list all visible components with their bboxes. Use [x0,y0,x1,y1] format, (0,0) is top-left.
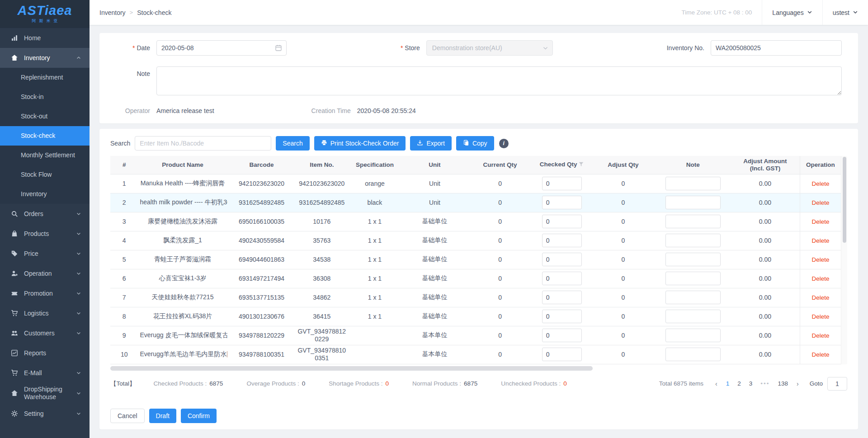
sidebar-item-price[interactable]: Price [0,244,90,264]
delete-link[interactable]: Delete [811,199,829,206]
sidebar-item-dropshipping-warehouse[interactable]: DropShipping Warehouse [0,383,90,404]
confirm-button[interactable]: Confirm [181,409,217,423]
sidebar-item-orders[interactable]: Orders [0,204,90,224]
checked-qty-input[interactable] [542,272,582,285]
row-note-input[interactable] [665,329,721,342]
summary-item-shortage-products: Shortage Products :0 [329,380,389,387]
chevron-down-icon [76,391,81,396]
checked-qty-input[interactable] [542,177,582,190]
goto-page-input[interactable] [827,377,847,391]
sidebar-item-inventory[interactable]: Inventory [0,48,90,68]
prev-page-icon[interactable]: ‹ [715,380,717,387]
sidebar-item-promotion[interactable]: Promotion [0,283,90,303]
checked-qty-input[interactable] [542,215,582,228]
vertical-scrollbar-thumb[interactable] [843,157,846,243]
barcode: 9349788100351 [227,345,296,364]
store-field-group: *Store Demonstration store(AU) [401,40,553,56]
store-select[interactable]: Demonstration store(AU) [426,40,553,56]
languages-menu[interactable]: Languages [762,0,822,25]
horizontal-scrollbar[interactable] [110,366,841,371]
row-note-input[interactable] [665,348,721,361]
item-no: 34862 [296,288,348,307]
export-button[interactable]: Export [410,136,451,151]
vertical-scrollbar[interactable] [841,156,847,364]
sidebar-item-operation[interactable]: Operation [0,264,90,283]
summary-item-unchecked-products: Unchecked Products :0 [501,380,567,387]
row-note-input[interactable] [665,234,721,247]
checked-qty-input[interactable] [542,196,582,209]
search-button[interactable]: Search [276,136,309,151]
item-no: 10176 [296,212,348,231]
unit: Unit [402,193,467,212]
checked-qty-input[interactable] [542,329,582,342]
checked-qty-input[interactable] [542,234,582,247]
page-button-3[interactable]: 3 [749,380,753,387]
product-name: 花王拉拉裤XL码38片 [138,307,227,326]
sidebar-item-reports[interactable]: Reports [0,343,90,363]
delete-link[interactable]: Delete [811,313,829,320]
sidebar-item-setting[interactable]: Setting [0,404,90,424]
current-qty: 0 [467,193,533,212]
page-button-1[interactable]: 1 [726,380,730,387]
delete-link[interactable]: Delete [811,256,829,263]
print-stock-check-order-button[interactable]: Print Stock-Check Order [314,136,406,151]
checked-qty-input[interactable] [542,310,582,323]
filter-icon[interactable] [579,161,584,169]
sidebar-item-customers[interactable]: Customers [0,323,90,343]
product-name: Manuka Health ----蜂蜜润唇膏 [138,174,227,193]
page-button-138[interactable]: 138 [778,380,788,387]
info-icon[interactable]: i [499,139,509,148]
row-note-input[interactable] [665,196,721,209]
horizontal-scrollbar-thumb[interactable] [110,366,593,371]
sidebar-item-replenishment[interactable]: Replenishment [0,68,90,87]
goto-label: Goto [810,380,823,387]
note-textarea[interactable] [156,66,842,95]
sidebar: ASTiaea 阿斯米亚 HomeInventoryReplenishmentS… [0,0,90,438]
sidebar-item-inventory[interactable]: Inventory [0,184,90,204]
row-note-input[interactable] [665,177,721,190]
sidebar-item-monthly-settlement[interactable]: Monthly Settlement [0,146,90,165]
copy-button[interactable]: Copy [456,136,494,151]
row-note-input[interactable] [665,253,721,266]
delete-link[interactable]: Delete [811,218,829,225]
sidebar-item-e-mall[interactable]: E-Mall [0,363,90,383]
sidebar-item-stock-out[interactable]: Stock-out [0,107,90,126]
row-note-input[interactable] [665,215,721,228]
user-menu[interactable]: ustest [822,0,868,25]
checked-qty-input[interactable] [542,348,582,361]
row-note-input[interactable] [665,272,721,285]
stock-check-form: *Date *Store Demonstration store(AU) [99,33,858,123]
sidebar-item-home[interactable]: Home [0,28,90,48]
draft-button[interactable]: Draft [149,409,176,423]
next-page-icon[interactable]: › [797,380,799,387]
breadcrumb-separator: > [130,9,133,16]
calendar-icon[interactable] [275,44,282,52]
delete-link[interactable]: Delete [811,351,829,358]
checked-qty-input[interactable] [542,253,582,266]
column-header-checked-qty[interactable]: Checked Qty [533,156,591,174]
adjust-amount: 0.00 [731,307,800,326]
delete-link[interactable]: Delete [811,332,829,339]
sidebar-item-products[interactable]: Products [0,224,90,244]
sidebar-item-stock-flow[interactable]: Stock Flow [0,165,90,184]
checked-qty-input[interactable] [542,291,582,304]
checked-qty-cell [533,307,591,326]
page-button-2[interactable]: 2 [737,380,741,387]
cancel-button[interactable]: Cancel [110,409,145,423]
breadcrumb-section[interactable]: Inventory [99,9,126,16]
delete-link[interactable]: Delete [811,237,829,244]
delete-link[interactable]: Delete [811,180,829,187]
delete-link[interactable]: Delete [811,294,829,301]
required-asterisk: * [401,44,403,52]
row-note-input[interactable] [665,310,721,323]
pagination-ellipsis[interactable]: ••• [760,380,769,387]
delete-link[interactable]: Delete [811,275,829,282]
row-index: 6 [110,269,138,288]
sidebar-item-logistics[interactable]: Logistics [0,303,90,323]
search-input[interactable] [135,136,271,151]
row-note-input[interactable] [665,291,721,304]
inventory-no-input[interactable] [711,40,842,56]
sidebar-item-stock-in[interactable]: Stock-in [0,87,90,107]
sidebar-item-stock-check[interactable]: Stock-check [0,126,90,146]
date-input[interactable] [156,40,287,56]
